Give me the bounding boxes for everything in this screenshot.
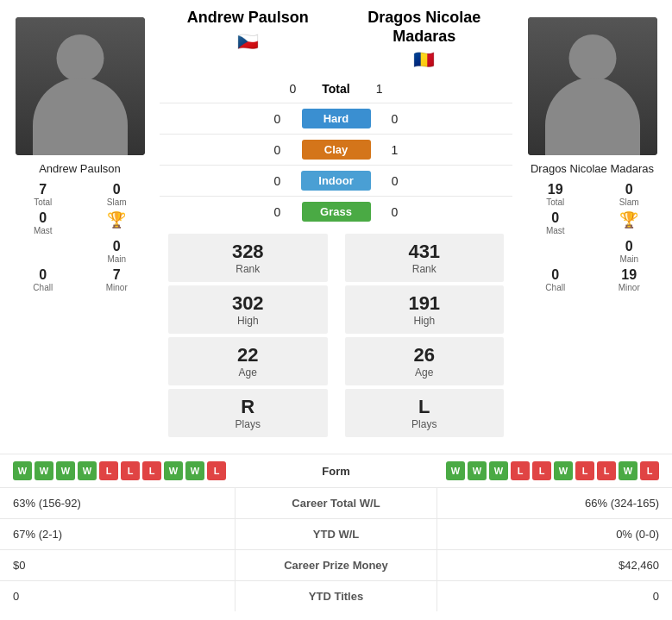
stat-left-value: 67% (2-1)	[0, 519, 236, 550]
left-rank-label: Rank	[175, 263, 321, 275]
left-minor-label: Minor	[106, 283, 128, 292]
right-main-value: 0	[625, 239, 633, 254]
form-badge: L	[575, 461, 594, 480]
right-main-stat: 0 Main	[600, 239, 660, 264]
hard-row: 0 Hard 0	[160, 103, 512, 134]
grass-row: 0 Grass 0	[160, 196, 512, 227]
left-stat-boxes: 328 Rank 302 High 22 Age R Plays	[160, 230, 336, 441]
left-minor-value: 7	[113, 267, 121, 283]
form-badge: W	[56, 461, 75, 480]
right-minor-label: Minor	[619, 283, 640, 292]
left-grass-score: 0	[271, 205, 285, 219]
right-slam-stat: 0 Slam	[600, 182, 660, 207]
stat-right-value: $42,460	[436, 550, 672, 581]
right-header-name: Dragos Nicolae Madaras	[336, 9, 513, 46]
form-badge: W	[554, 461, 573, 480]
right-age-box: 26 Age	[345, 337, 505, 385]
right-indoor-score: 0	[388, 174, 402, 188]
right-plays-label: Plays	[352, 418, 498, 430]
stat-right-value: 0% (0-0)	[436, 519, 672, 550]
left-mast-value: 0	[39, 210, 47, 226]
left-flag: 🇨🇿	[237, 31, 259, 52]
right-grass-score: 0	[388, 205, 402, 219]
left-plays-box: R Plays	[168, 389, 328, 437]
form-badge: L	[121, 461, 140, 480]
stats-table: 63% (156-92) Career Total W/L 66% (324-1…	[0, 487, 672, 611]
form-badge: W	[164, 461, 183, 480]
stat-center-label: YTD W/L	[236, 519, 437, 550]
left-total-stat: 7 Total	[13, 182, 73, 207]
stat-left-value: $0	[0, 550, 236, 581]
stat-right-value: 0	[436, 581, 672, 612]
total-label: Total	[322, 82, 349, 96]
left-rank-value: 328	[175, 241, 321, 263]
left-avatar-silhouette	[16, 17, 145, 155]
grass-button[interactable]: Grass	[302, 202, 371, 222]
right-high-value: 191	[352, 292, 498, 315]
right-trophy-icon: 🏆	[619, 210, 638, 229]
right-total-value: 19	[548, 182, 563, 197]
hard-button[interactable]: Hard	[302, 109, 371, 128]
right-slam-value: 0	[625, 182, 633, 197]
left-high-value: 302	[175, 292, 321, 315]
table-row: 67% (2-1) YTD W/L 0% (0-0)	[0, 519, 672, 550]
right-plays-value: L	[352, 396, 498, 418]
left-player-card: Andrew Paulson 7 Total 0 Slam 0 Mast 🏆	[0, 9, 160, 441]
form-badge: L	[511, 461, 530, 480]
left-minor-stat: 7 Minor	[87, 267, 148, 292]
form-badge: W	[468, 461, 487, 480]
left-age-value: 22	[175, 344, 321, 366]
form-label: Form	[322, 465, 350, 478]
left-total-value: 7	[39, 182, 47, 197]
center-panel: Andrew Paulson 🇨🇿 Dragos Nicolae Madaras…	[160, 9, 512, 441]
stat-right-value: 66% (324-165)	[436, 488, 672, 519]
left-mast-label: Mast	[34, 226, 53, 235]
right-chall-stat: 0 Chall	[525, 267, 586, 292]
left-trophy-icon: 🏆	[107, 210, 126, 229]
clay-button[interactable]: Clay	[302, 140, 371, 160]
form-badge: L	[207, 461, 226, 480]
form-row: WWWWLLLWWL Form WWWLLWLLWL	[0, 454, 672, 487]
surface-section: 0 Hard 0 0 Clay 1 0 Indoor 0 0 Grass	[160, 103, 512, 227]
right-total-stat: 19 Total	[525, 182, 586, 207]
form-badge: W	[185, 461, 204, 480]
bottom-section: WWWWLLLWWL Form WWWLLWLLWL 63% (156-92) …	[0, 454, 672, 611]
left-plays-label: Plays	[175, 418, 321, 430]
left-main-label: Main	[107, 254, 126, 264]
left-trophy: 🏆	[87, 210, 148, 235]
left-form-badges: WWWWLLLWWL	[13, 461, 226, 480]
left-main-value: 0	[113, 239, 121, 254]
left-high-label: High	[175, 315, 321, 327]
right-slam-label: Slam	[619, 197, 639, 207]
left-chall-stat: 0 Chall	[13, 267, 73, 292]
left-player-stats: 7 Total 0 Slam 0 Mast 🏆 0 Main	[4, 182, 155, 292]
right-avatar-silhouette	[528, 17, 657, 155]
form-badge: L	[640, 461, 659, 480]
form-badge: L	[142, 461, 161, 480]
comparison-section: Andrew Paulson 7 Total 0 Slam 0 Mast 🏆	[0, 0, 672, 449]
right-high-box: 191 High	[345, 285, 505, 334]
right-form-badges: WWWLLWLLWL	[446, 461, 659, 480]
right-minor-stat: 19 Minor	[600, 267, 660, 292]
total-row: 0 Total 1	[160, 82, 512, 96]
form-badge: L	[597, 461, 616, 480]
left-player-header: Andrew Paulson 🇨🇿	[160, 9, 336, 70]
left-mast-stat: 0 Mast	[13, 210, 73, 235]
indoor-button[interactable]: Indoor	[301, 171, 370, 191]
form-badge: W	[35, 461, 53, 480]
table-row: 0 YTD Titles 0	[0, 581, 672, 612]
right-chall-value: 0	[551, 267, 559, 283]
form-badge: L	[532, 461, 551, 480]
stat-center-label: Career Total W/L	[236, 488, 437, 519]
form-badge: W	[619, 461, 637, 480]
left-main-stat: 0 Main	[87, 239, 148, 264]
right-mast-label: Mast	[546, 226, 565, 235]
right-player-avatar	[528, 17, 657, 155]
right-age-value: 26	[352, 344, 498, 366]
left-hard-score: 0	[271, 112, 285, 126]
right-clay-score: 1	[388, 143, 402, 157]
stat-center-label: YTD Titles	[236, 581, 437, 612]
main-container: Andrew Paulson 7 Total 0 Slam 0 Mast 🏆	[0, 0, 672, 611]
form-badge: W	[446, 461, 465, 480]
left-slam-label: Slam	[107, 197, 127, 207]
